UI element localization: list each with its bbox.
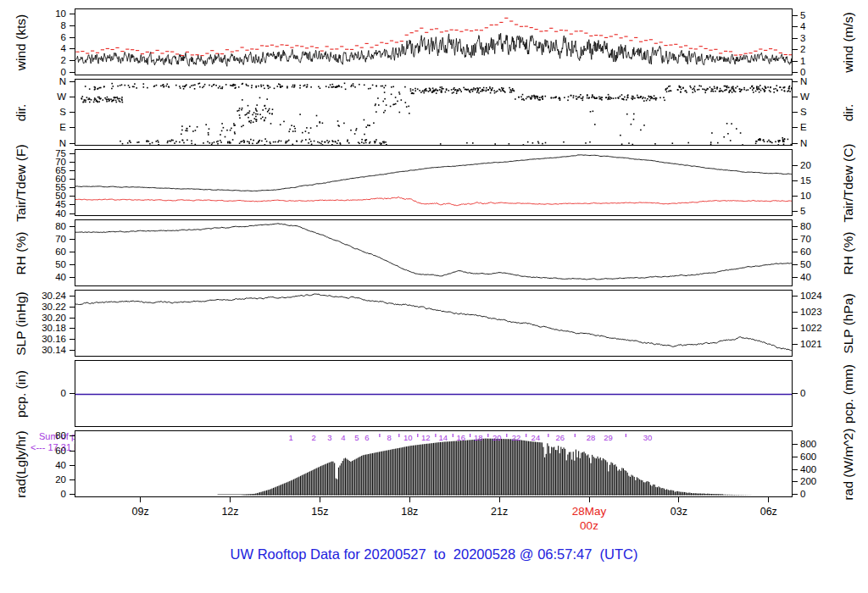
tick-label: 5: [800, 206, 841, 217]
axis-tick: [70, 226, 75, 227]
axis-tick: [793, 180, 798, 181]
axis-tick: [70, 179, 75, 180]
panel-slp: [75, 290, 793, 357]
axis-tick: [793, 49, 798, 50]
tick-label: 0: [25, 388, 66, 399]
tick-label: 400: [800, 464, 841, 475]
tick-label: 60: [800, 247, 841, 258]
axis-tick: [793, 165, 798, 166]
tick-label: 15: [800, 175, 841, 186]
axis-label-temp-right: Tair/Tdew (C): [841, 143, 856, 222]
panel-temp: [75, 149, 793, 216]
axis-tick: [793, 127, 798, 128]
x-axis-tick: [678, 497, 679, 502]
tick-label: N: [25, 76, 66, 87]
axis-tick: [70, 162, 75, 163]
x-axis-tick: [409, 497, 410, 502]
tick-label: 40: [25, 460, 66, 471]
tick-label: 10: [25, 8, 66, 19]
svg-text:22: 22: [512, 433, 521, 442]
x-tick-label: 18z: [388, 506, 431, 518]
axis-tick: [70, 170, 75, 171]
axis-tick: [793, 252, 798, 252]
tick-label: 1021: [800, 339, 841, 350]
axis-tick: [70, 328, 75, 329]
axis-tick: [70, 153, 75, 154]
axis-tick: [793, 112, 798, 113]
axis-tick: [793, 97, 798, 97]
axis-tick: [70, 187, 75, 188]
panel-dir: [75, 79, 793, 146]
x-tick-label: 12z: [209, 506, 252, 518]
axis-tick: [793, 264, 798, 265]
axis-tick: [70, 494, 75, 495]
tick-label: 0: [25, 489, 66, 500]
axis-tick: [793, 72, 798, 73]
axis-label-temp-left: Tair/Tdew (F): [14, 144, 29, 221]
x-axis-tick: [589, 497, 590, 502]
tick-label: 5: [800, 10, 841, 21]
axis-label-wind-left: wind (kts): [14, 14, 29, 69]
tick-label: 30.14: [25, 345, 66, 356]
axis-tick: [70, 48, 75, 49]
axis-tick: [70, 143, 75, 144]
tick-label: 0: [800, 388, 841, 399]
svg-text:1: 1: [288, 433, 292, 442]
tick-label: 30.24: [25, 291, 66, 302]
tick-label: N: [800, 76, 841, 87]
axis-tick: [70, 451, 75, 452]
tick-label: 1022: [800, 323, 841, 334]
tick-label: 0: [800, 489, 841, 500]
axis-tick: [70, 307, 75, 308]
axis-tick: [70, 277, 75, 278]
axis-tick: [70, 239, 75, 240]
axis-label-rh-left: RH (%): [14, 231, 29, 274]
axis-tick: [70, 296, 75, 296]
tick-label: 20: [800, 160, 841, 171]
axis-tick: [793, 61, 798, 62]
svg-text:6: 6: [364, 433, 369, 442]
axis-tick: [70, 37, 75, 38]
panel-rh: [75, 219, 793, 286]
panel-slp-plot: [75, 291, 793, 357]
axis-tick: [70, 81, 75, 82]
tick-label: N: [800, 138, 841, 149]
tick-label: 1023: [800, 307, 841, 318]
tick-label: S: [25, 107, 66, 118]
axis-tick: [793, 81, 798, 82]
x-tick-label: 06z: [748, 506, 790, 518]
x-tick-label-line2: 00z: [568, 520, 610, 532]
tick-label: E: [25, 122, 66, 133]
svg-text:20: 20: [492, 433, 502, 442]
tick-label: S: [800, 107, 841, 118]
svg-text:2: 2: [312, 433, 316, 442]
axis-tick: [793, 469, 798, 470]
svg-text:29: 29: [604, 433, 613, 442]
axis-tick: [70, 479, 75, 480]
x-axis-tick: [320, 497, 320, 502]
tick-label: 60: [25, 247, 66, 258]
panel-pcp-plot: [75, 361, 793, 427]
axis-tick: [793, 143, 798, 144]
tick-label: 70: [800, 234, 841, 245]
tick-label: 1: [800, 56, 841, 67]
tick-label: 60: [25, 446, 66, 457]
tick-label: 8: [25, 20, 66, 31]
axis-label-wind-right: wind (m/s): [841, 12, 856, 72]
tick-label: 40: [800, 272, 841, 283]
weather-meteogram: 10 min. peak winds in red Sum of previou…: [0, 0, 868, 593]
axis-tick: [793, 15, 798, 16]
svg-text:8: 8: [387, 433, 391, 442]
axis-tick: [793, 296, 798, 296]
tick-label: W: [800, 91, 841, 103]
axis-tick: [793, 312, 798, 313]
svg-text:26: 26: [555, 433, 565, 442]
axis-tick: [70, 60, 75, 61]
axis-tick: [793, 239, 798, 240]
tick-label: W: [25, 91, 66, 103]
axis-label-slp-left: SLP (inHg): [14, 291, 29, 356]
x-tick-label: 21z: [478, 506, 520, 518]
tick-label: 40: [25, 272, 66, 283]
axis-tick: [793, 457, 798, 457]
tick-label: 80: [25, 430, 66, 441]
